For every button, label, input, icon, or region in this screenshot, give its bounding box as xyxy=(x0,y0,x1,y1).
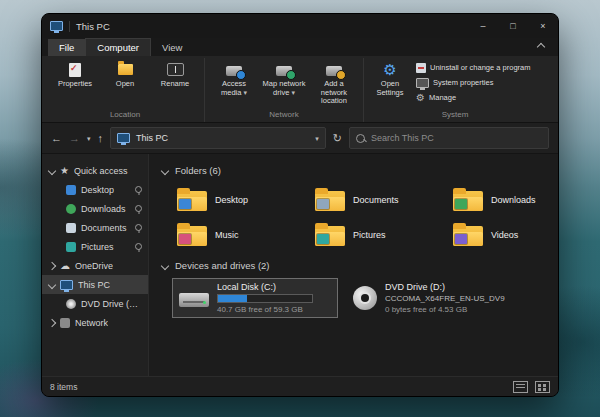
tab-computer[interactable]: Computer xyxy=(85,38,151,56)
open-settings-button[interactable]: ⚙ Open Settings xyxy=(369,58,411,97)
recent-locations-button[interactable]: ▾ xyxy=(87,135,91,142)
folder-tile-music[interactable]: Music xyxy=(172,218,309,251)
window-title: This PC xyxy=(76,21,110,32)
folder-tile-videos[interactable]: Videos xyxy=(448,218,558,251)
sidebar-item-network[interactable]: Network xyxy=(42,313,148,332)
chevron-up-icon xyxy=(537,43,545,51)
tab-view[interactable]: View xyxy=(151,39,193,56)
pictures-icon xyxy=(66,242,76,252)
section-header-folders[interactable]: Folders (6) xyxy=(162,165,548,176)
folder-tile-desktop[interactable]: Desktop xyxy=(172,183,309,216)
pin-icon xyxy=(135,243,142,250)
button-label: Properties xyxy=(58,80,92,89)
search-input[interactable] xyxy=(371,133,542,143)
documents-icon xyxy=(66,223,76,233)
properties-button[interactable]: Properties xyxy=(51,58,99,89)
map-network-drive-button[interactable]: Map network drive▾ xyxy=(260,58,308,97)
drive-tile-dvd[interactable]: DVD Drive (D:) CCCOMA_X64FRE_EN-US_DV9 0… xyxy=(346,278,512,318)
up-button[interactable]: ↑ xyxy=(98,133,104,144)
downloads-icon xyxy=(66,204,76,214)
maximize-button[interactable]: □ xyxy=(498,14,528,38)
sidebar-item-quick-access[interactable]: ★ Quick access xyxy=(42,161,148,180)
sidebar-item-downloads[interactable]: Downloads xyxy=(42,199,148,218)
ribbon-group-network: Access media▾ Map network drive▾ Add a n… xyxy=(204,58,363,122)
manage-button[interactable]: ⚙ Manage xyxy=(413,90,541,105)
section-title: Devices and drives (2) xyxy=(175,260,270,271)
refresh-button[interactable]: ↻ xyxy=(333,133,342,144)
close-button[interactable]: × xyxy=(528,14,558,38)
forward-button[interactable]: → xyxy=(69,133,80,144)
titlebar[interactable]: This PC – □ × xyxy=(42,14,558,38)
open-button[interactable]: Open xyxy=(101,58,149,89)
file-list-pane: Folders (6) Desktop Documents Downloads xyxy=(149,154,558,376)
onedrive-cloud-icon: ☁ xyxy=(60,261,70,271)
button-label: Manage xyxy=(429,93,456,102)
system-properties-button[interactable]: System properties xyxy=(413,75,541,90)
status-bar: 8 items xyxy=(42,376,558,396)
group-label-location: Location xyxy=(51,109,199,122)
button-label: Open xyxy=(116,80,134,89)
rename-icon xyxy=(167,63,184,76)
tab-file[interactable]: File xyxy=(48,39,85,56)
sidebar-item-desktop[interactable]: Desktop xyxy=(42,180,148,199)
back-button[interactable]: ← xyxy=(51,133,62,144)
sidebar-item-label: DVD Drive (D:) CCCO xyxy=(81,299,142,309)
address-bar[interactable]: This PC ▾ xyxy=(110,127,326,149)
folder-tile-pictures[interactable]: Pictures xyxy=(310,218,447,251)
sidebar-item-onedrive[interactable]: ☁ OneDrive xyxy=(42,256,148,275)
chevron-down-icon: ▾ xyxy=(243,89,247,96)
uninstall-program-button[interactable]: Uninstall or change a program xyxy=(413,60,541,75)
drive-tile-local-disk[interactable]: Local Disk (C:) 40.7 GB free of 59.3 GB xyxy=(172,278,338,318)
large-icons-view-button[interactable] xyxy=(535,381,550,393)
sidebar-item-label: OneDrive xyxy=(75,261,113,271)
quick-access-star-icon: ★ xyxy=(60,166,69,176)
chevron-down-icon: ▾ xyxy=(291,89,295,96)
system-small-buttons: Uninstall or change a program System pro… xyxy=(413,58,541,105)
search-box[interactable] xyxy=(349,127,549,149)
breadcrumb[interactable]: This PC xyxy=(136,133,168,143)
button-label: Rename xyxy=(161,80,189,89)
folder-icon xyxy=(315,223,345,246)
ribbon: Properties Open Rename Location Access m… xyxy=(42,56,558,123)
rename-button[interactable]: Rename xyxy=(151,58,199,89)
sidebar-item-label: Desktop xyxy=(81,185,114,195)
access-media-button[interactable]: Access media▾ xyxy=(210,58,258,97)
sidebar-item-documents[interactable]: Documents xyxy=(42,218,148,237)
pin-icon xyxy=(135,205,142,212)
pin-icon xyxy=(135,186,142,193)
sidebar-item-dvd-drive[interactable]: DVD Drive (D:) CCCO xyxy=(42,294,148,313)
file-explorer-window: This PC – □ × File Computer View Propert… xyxy=(41,13,559,397)
sidebar-item-label: Network xyxy=(75,318,108,328)
folder-name: Videos xyxy=(491,230,518,240)
folder-icon xyxy=(453,188,483,211)
button-label: System properties xyxy=(433,78,493,87)
this-pc-icon xyxy=(117,133,130,143)
drive-free-space: 0 bytes free of 4.53 GB xyxy=(385,305,505,314)
collapse-ribbon-button[interactable] xyxy=(534,37,548,56)
details-view-button[interactable] xyxy=(513,381,528,393)
this-pc-icon xyxy=(50,21,63,31)
section-title: Folders (6) xyxy=(175,165,221,176)
section-header-devices[interactable]: Devices and drives (2) xyxy=(162,260,548,271)
folder-tile-documents[interactable]: Documents xyxy=(310,183,447,216)
folder-icon xyxy=(177,223,207,246)
button-label: Open Settings xyxy=(370,80,410,97)
pin-icon xyxy=(135,224,142,231)
folder-tile-downloads[interactable]: Downloads xyxy=(448,183,558,216)
folders-grid: Desktop Documents Downloads Music Pictur… xyxy=(172,183,548,251)
ribbon-group-system: ⚙ Open Settings Uninstall or change a pr… xyxy=(363,58,546,122)
drive-info: DVD Drive (D:) CCCOMA_X64FRE_EN-US_DV9 0… xyxy=(385,282,505,314)
window-controls: – □ × xyxy=(468,14,558,38)
group-label-system: System xyxy=(369,109,541,122)
devices-grid: Local Disk (C:) 40.7 GB free of 59.3 GB … xyxy=(172,278,548,318)
navigation-bar: ← → ▾ ↑ This PC ▾ ↻ xyxy=(42,123,558,154)
folder-icon xyxy=(315,188,345,211)
search-icon xyxy=(356,134,365,143)
folder-name: Downloads xyxy=(491,195,536,205)
open-folder-icon xyxy=(118,64,133,75)
sidebar-item-this-pc[interactable]: This PC xyxy=(42,275,148,294)
add-network-location-button[interactable]: Add a network location xyxy=(310,58,358,106)
minimize-button[interactable]: – xyxy=(468,14,498,38)
sidebar-item-pictures[interactable]: Pictures xyxy=(42,237,148,256)
address-dropdown-icon[interactable]: ▾ xyxy=(315,135,319,142)
